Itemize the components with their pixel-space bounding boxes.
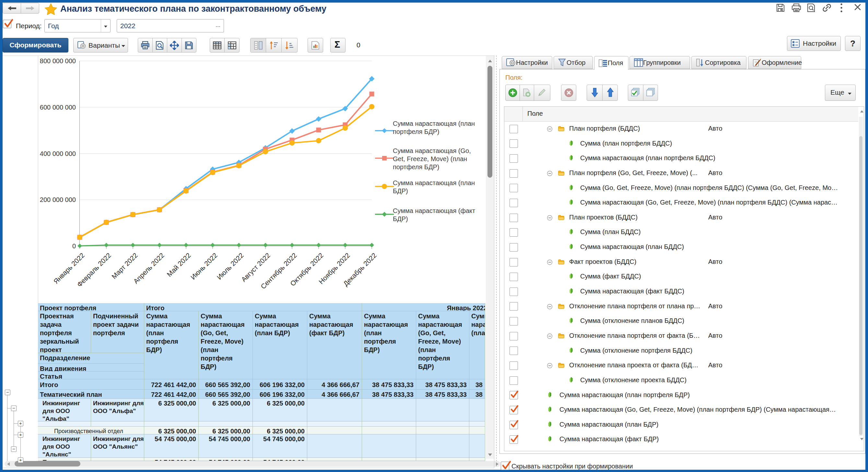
svg-text:400 000 000: 400 000 000: [40, 150, 76, 157]
svg-text:200 000 000: 200 000 000: [40, 196, 76, 203]
svg-text:Сумма нарастающая (план: Сумма нарастающая (план: [393, 120, 475, 127]
svg-text:600 000 000: 600 000 000: [40, 104, 76, 111]
svg-text:Июль 2022: Июль 2022: [216, 252, 245, 281]
svg-text:Март 2022: Март 2022: [110, 252, 139, 280]
svg-text:Сумма нарастающая (план: Сумма нарастающая (план: [393, 179, 475, 186]
svg-text:БДР): БДР): [393, 215, 408, 222]
svg-text:Сумма нарастающая (факт: Сумма нарастающая (факт: [393, 207, 475, 214]
svg-text:БДР): БДР): [393, 187, 408, 194]
svg-text:Сумма нарастающая (Go,: Сумма нарастающая (Go,: [393, 147, 471, 154]
svg-text:портфеля БДР): портфеля БДР): [393, 128, 439, 135]
svg-text:Май 2022: Май 2022: [165, 252, 192, 279]
svg-text:Июнь 2022: Июнь 2022: [189, 252, 219, 281]
svg-text:800 000 000: 800 000 000: [40, 57, 76, 64]
svg-text:портфеля БДР): портфеля БДР): [393, 163, 439, 170]
svg-text:0: 0: [72, 243, 76, 250]
svg-text:Get, Freeze, Move) (план: Get, Freeze, Move) (план: [393, 155, 467, 162]
